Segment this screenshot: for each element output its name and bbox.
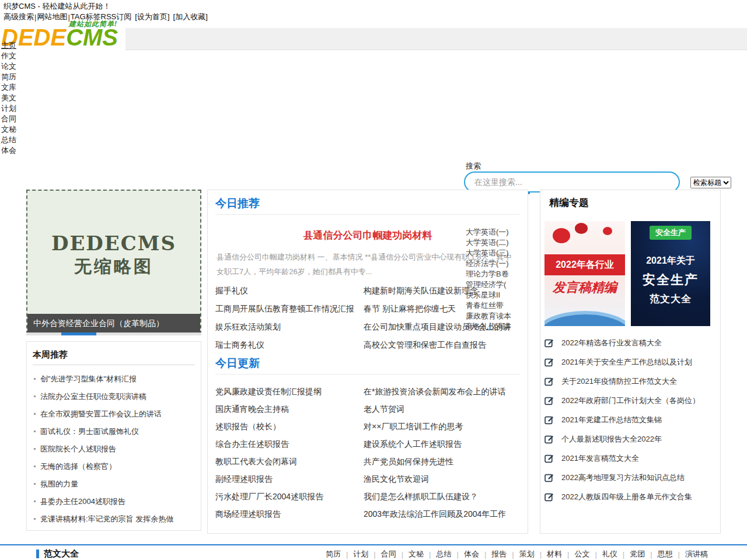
- topic-link[interactable]: 2022人教版四年级上册各单元作文合集: [561, 492, 692, 502]
- article-link[interactable]: 在全市双拥暨安置工作会议上的讲话: [40, 410, 162, 418]
- article-link[interactable]: 县委办主任2004述职报告: [40, 497, 125, 506]
- nav-link-home[interactable]: 主页: [1, 41, 16, 50]
- list-item[interactable]: 县委办主任2004述职报告: [33, 494, 197, 511]
- category-link[interactable]: 体会: [459, 549, 484, 559]
- list-item[interactable]: 2022高考地理复习方法和知识点总结: [543, 468, 717, 487]
- topic-link[interactable]: 关于2021年疫情防控工作范文大全: [561, 376, 677, 387]
- category-link[interactable]: 总结: [431, 549, 456, 559]
- category-link[interactable]: 演讲稿: [680, 549, 713, 559]
- nav-link-wenku[interactable]: 文库: [1, 83, 16, 92]
- topic-link[interactable]: 2022年政府部门工作计划大全（各岗位）: [561, 396, 700, 406]
- list-item[interactable]: 2021年关于安全生产工作总结以及计划: [543, 352, 717, 372]
- article-link[interactable]: 国庆通宵晚会主持稿: [215, 404, 289, 414]
- article-link[interactable]: 面试礼仪：男士面试服饰礼仪: [40, 427, 139, 436]
- nav-link-zuowen[interactable]: 作文: [1, 51, 16, 60]
- topic-link[interactable]: 个人最新述职报告大全2022年: [561, 434, 662, 444]
- nav-item-home[interactable]: 主页: [1, 41, 16, 51]
- hot-tag[interactable]: 快乐星球II: [466, 290, 519, 300]
- topic-link[interactable]: 2021年发言稿范文大全: [561, 453, 639, 464]
- nav-item-meiwen[interactable]: 美文: [1, 93, 16, 104]
- hot-tag[interactable]: 大学英语(二): [466, 237, 519, 248]
- article-link[interactable]: 在*旅游投资洽谈会新闻发布会上的讲话: [364, 387, 505, 396]
- list-item[interactable]: 2003年政法综治工作回顾及2004年工作: [364, 506, 525, 524]
- topic-link[interactable]: 2022高考地理复习方法和知识点总结: [561, 473, 685, 483]
- topic-banner-safety-2021[interactable]: 安全生产 2021年关于 安全生产 范文大全: [631, 221, 710, 326]
- category-link[interactable]: 计划: [348, 549, 374, 559]
- nav-item-jianli[interactable]: 简历: [1, 72, 16, 83]
- list-item[interactable]: 2022年精选各行业发言稿大全: [543, 333, 717, 352]
- topbar-link-advanced-search[interactable]: 高级搜索: [4, 12, 34, 22]
- list-item[interactable]: 瑞士商务礼仪: [215, 338, 364, 356]
- article-link[interactable]: 娱乐狂欢活动策划: [215, 322, 281, 331]
- article-link[interactable]: 握手礼仪: [215, 286, 248, 295]
- nav-item-hetong[interactable]: 合同: [1, 114, 16, 125]
- list-item[interactable]: 党课讲稿材料:牢记党的宗旨 发挥余热做: [33, 511, 197, 528]
- list-item[interactable]: 述职报告（校长）: [215, 419, 364, 436]
- list-item[interactable]: 医院院长个人述职报告: [33, 441, 197, 459]
- slider-pager-current[interactable]: [61, 332, 96, 335]
- search-scope-select[interactable]: 检索标题: [690, 177, 731, 188]
- list-item[interactable]: 国庆通宵晚会主持稿: [215, 401, 364, 419]
- list-item[interactable]: 面试礼仪：男士面试服饰礼仪: [33, 424, 197, 441]
- article-link[interactable]: 氛围的力量: [40, 480, 78, 488]
- nav-item-zuowen[interactable]: 作文: [1, 51, 16, 62]
- article-link[interactable]: 污水处理厂厂长2004述职报告: [215, 492, 323, 501]
- article-link[interactable]: 医院院长个人述职报告: [40, 444, 116, 453]
- topbar-link-sitemap[interactable]: 网站地图: [37, 12, 67, 22]
- list-item[interactable]: 2022人教版四年级上册各单元作文合集: [543, 487, 717, 506]
- nav-link-meiwen[interactable]: 美文: [1, 93, 16, 102]
- nav-link-tihui[interactable]: 体会: [1, 146, 16, 155]
- article-link[interactable]: 渔民文化节欢迎词: [364, 474, 429, 484]
- list-item[interactable]: 2021年发言稿范文大全: [543, 449, 717, 468]
- article-link[interactable]: 商场经理述职报告: [215, 509, 281, 519]
- article-link[interactable]: 法院办公室主任职位竞职演讲稿: [40, 392, 146, 401]
- article-link[interactable]: 构建新时期海关队伍建设新理念: [364, 286, 478, 295]
- list-item[interactable]: 高校公文管理和保密工作自查报告: [364, 338, 525, 356]
- nav-item-wenmi[interactable]: 文秘: [1, 125, 16, 135]
- nav-item-tihui[interactable]: 体会: [1, 146, 16, 156]
- list-item[interactable]: 关于2021年疫情防控工作范文大全: [543, 372, 717, 391]
- hot-tag[interactable]: 青春红丝带: [466, 300, 519, 311]
- article-link[interactable]: 共产党员如何保持先进性: [364, 457, 453, 466]
- nav-link-zongjie[interactable]: 总结: [1, 135, 16, 144]
- hot-tag[interactable]: 大学英语(一): [466, 227, 519, 237]
- list-item[interactable]: 创"先进学习型集体"材料汇报: [33, 371, 197, 388]
- list-item[interactable]: 党风廉政建设责任制汇报提纲: [215, 384, 364, 401]
- featured-slide[interactable]: DEDECMS 无缩略图 中外合资经营企业合同（皮革制品）: [26, 190, 201, 334]
- list-item[interactable]: 工商局开展队伍教育整顿工作情况汇报: [215, 302, 364, 320]
- hot-tag[interactable]: 经济法学(一): [466, 258, 519, 269]
- article-link[interactable]: 2003年政法综治工作回顾及2004年工作: [364, 509, 506, 519]
- topbar-link-add-favorite[interactable]: [加入收藏]: [173, 12, 208, 22]
- list-item[interactable]: 2022年政府部门工作计划大全（各岗位）: [543, 391, 717, 410]
- hot-tag[interactable]: 廉政教育读本: [466, 311, 519, 321]
- article-link[interactable]: 春节 别让麻将把你缠七天: [364, 304, 456, 313]
- list-item[interactable]: 商场经理述职报告: [215, 506, 364, 524]
- category-link[interactable]: 公文: [569, 549, 595, 559]
- article-link[interactable]: 老人节贺词: [364, 404, 404, 414]
- hot-tag[interactable]: 理论力学B卷: [466, 269, 519, 279]
- list-item[interactable]: 渔民文化节欢迎词: [364, 471, 525, 489]
- list-item[interactable]: 综合办主任述职报告: [215, 436, 364, 454]
- nav-item-wenku[interactable]: 文库: [1, 83, 16, 93]
- article-link[interactable]: 我们是怎么样抓职工队伍建设？: [364, 492, 478, 501]
- article-link[interactable]: 无悔的选择（检察官）: [40, 462, 116, 471]
- nav-link-lunwen[interactable]: 论文: [1, 62, 16, 71]
- article-link[interactable]: 工商局开展队伍教育整顿工作情况汇报: [215, 304, 354, 313]
- list-item[interactable]: 教职工代表大会闭幕词: [215, 454, 364, 471]
- list-item[interactable]: 氛围的力量: [33, 476, 197, 494]
- article-link[interactable]: 高校公文管理和保密工作自查报告: [364, 340, 486, 349]
- topic-link[interactable]: 2021年党建工作总结范文集锦: [561, 415, 662, 425]
- list-item[interactable]: 个人最新述职报告大全2022年: [543, 429, 717, 449]
- article-link[interactable]: 瑞士商务礼仪: [215, 340, 264, 349]
- article-link[interactable]: 综合办主任述职报告: [215, 439, 289, 449]
- article-link[interactable]: 对××厂职工培训工作的思考: [364, 422, 463, 431]
- list-item[interactable]: 老人节贺词: [364, 401, 525, 419]
- nav-link-jianli[interactable]: 简历: [1, 72, 16, 81]
- nav-link-wenmi[interactable]: 文秘: [1, 125, 16, 134]
- list-item[interactable]: 污水处理厂厂长2004述职报告: [215, 489, 364, 506]
- nav-item-jihua[interactable]: 计划: [1, 104, 16, 114]
- article-link[interactable]: 创"先进学习型集体"材料汇报: [40, 374, 137, 383]
- article-link[interactable]: 党课讲稿材料:牢记党的宗旨 发挥余热做: [40, 514, 173, 523]
- category-link[interactable]: 合同: [376, 549, 402, 559]
- list-item[interactable]: 我们是怎么样抓职工队伍建设？: [364, 489, 525, 506]
